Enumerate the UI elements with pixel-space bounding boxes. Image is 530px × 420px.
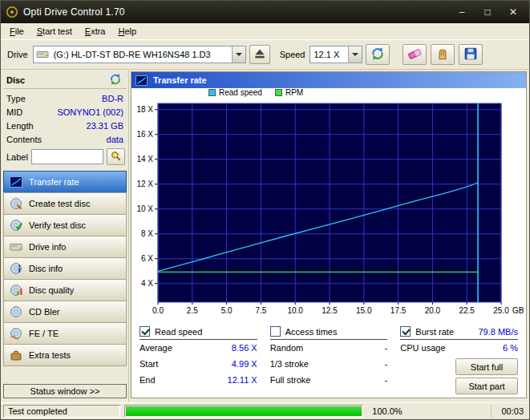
read-speed-checkbox[interactable] [140,326,150,337]
chart-legend: Read speedRPM [131,88,526,97]
transfer-rate-chart-icon [10,176,23,188]
eject-icon [253,46,267,63]
status-bar: Test completed 100.0% 00:03 [1,402,529,419]
cd-bler-icon [10,305,23,318]
content-area: Disc TypeBD-RMIDSONYNO1 (002)Length23.31… [1,70,529,402]
result-row-end: End12.11 X [140,372,257,388]
svg-text:17.5: 17.5 [390,306,407,315]
result-row-full-stroke: Full stroke- [270,372,388,388]
menu-item-extra[interactable]: Extra [79,24,112,38]
drive-combo-arrow-icon[interactable] [232,46,245,63]
sidebar: Disc TypeBD-RMIDSONYNO1 (002)Length23.31… [1,70,129,402]
transfer-rate-chart: 0.02.55.07.510.012.515.017.520.022.525.0… [132,97,527,320]
speed-combo[interactable]: 12.1 X [310,46,362,63]
hand-tool-button[interactable] [431,44,455,65]
app-window: Opti Drive Control 1.70 – □ ✕ FileStart … [0,0,530,420]
disc-fields: TypeBD-RMIDSONYNO1 (002)Length23.31 GBCo… [3,89,127,146]
minimize-button[interactable]: – [451,3,473,21]
speed-combo-value: 12.1 X [310,50,348,59]
disc-info-icon [10,262,23,275]
svg-text:0.0: 0.0 [152,306,164,315]
svg-text:20.0: 20.0 [425,306,441,315]
menu-item-start-test[interactable]: Start test [30,24,79,38]
save-button[interactable] [459,44,483,65]
hand-icon [435,46,450,63]
status-text: Test completed [3,405,120,418]
nav-verify-test-disc[interactable]: Verify test disc [3,214,127,236]
svg-text:4 X: 4 X [141,279,153,288]
menu-item-file[interactable]: File [3,24,30,38]
disc-panel-title: Disc [6,75,25,85]
eject-button[interactable] [249,45,270,64]
svg-text:2.5: 2.5 [187,306,198,315]
disc-label-input[interactable] [31,149,103,164]
button-start-full[interactable]: Start full [455,358,518,375]
progress-percent: 100.0% [367,406,407,416]
drive-info-icon [10,240,23,253]
results-group-access-times: Access timesRandom-1/3 stroke-Full strok… [270,324,388,394]
transfer-rate-chart-icon [136,75,148,87]
speed-combo-arrow-icon[interactable] [348,46,362,63]
disc-label-caption: Label [6,152,28,162]
legend-swatch-read-speed [208,89,216,96]
drive-icon [36,48,51,61]
status-window-button[interactable]: Status window >> [3,384,127,398]
nav-disc-info[interactable]: Disc info [3,257,127,280]
refresh-button[interactable] [366,44,390,65]
button-start-part[interactable]: Start part [455,378,518,394]
disc-refresh-button[interactable] [109,73,123,87]
svg-text:22.5: 22.5 [459,306,475,315]
speed-label: Speed [280,50,305,59]
svg-text:15.0: 15.0 [356,306,372,315]
main-panel: Transfer rate Read speedRPM 0.02.55.07.5… [131,71,527,398]
nav-extra-tests[interactable]: Extra tests [3,344,127,366]
progress-fill [126,406,362,416]
nav-cd-bler[interactable]: CD Bler [3,301,127,323]
toolbar-right-buttons [403,44,483,65]
disc-field-mid: MIDSONYNO1 (002) [3,105,127,119]
svg-text:12.5: 12.5 [322,306,338,315]
nav-drive-info[interactable]: Drive info [3,236,127,258]
menu-bar: FileStart testExtraHelp [1,23,529,40]
title-bar: Opti Drive Control 1.70 – □ ✕ [1,1,529,23]
results-group-burst-rate: Burst rate79.8 MB/sCPU usage6 %Start ful… [400,324,518,394]
svg-text:GB: GB [512,306,524,315]
legend-read-speed: Read speed [208,88,262,97]
nav-create-test-disc[interactable]: Create test disc [3,192,127,215]
legend-swatch-rpm [275,89,282,96]
main-panel-header: Transfer rate [131,72,526,88]
window-controls: – □ ✕ [451,3,524,21]
disc-label-row: Label [3,146,127,168]
nav-transfer-rate[interactable]: Transfer rate [3,171,127,193]
svg-text:14 X: 14 X [136,155,153,164]
svg-text:8 X: 8 X [141,229,153,238]
nav-fe-te[interactable]: FE / TE [3,322,127,345]
svg-text:25.0: 25.0 [493,306,509,315]
access-times-checkbox[interactable] [270,326,281,337]
maximize-button[interactable]: □ [476,3,499,21]
result-row-random: Random- [270,340,388,356]
verify-disc-icon [10,219,23,232]
result-row-average: Average8.56 X [140,340,257,356]
disc-label-search-button[interactable] [107,148,125,165]
svg-text:7.5: 7.5 [255,306,266,315]
erase-disc-button[interactable] [403,44,427,65]
progress-bar [124,405,363,418]
erase-icon [407,46,422,63]
result-row-start: Start4.99 X [140,356,257,372]
svg-text:10.0: 10.0 [287,306,303,315]
burst-rate-checkbox[interactable] [400,326,411,337]
burst-rate-value: 79.8 MB/s [478,327,518,337]
refresh-icon [370,46,385,63]
app-icon [6,6,18,18]
result-row-cpu-usage: CPU usage6 % [400,340,518,356]
svg-text:5.0: 5.0 [221,306,233,315]
drive-combo[interactable]: (G:) HL-DT-ST BD-RE WH16NS48 1.D3 [33,46,246,63]
search-icon [110,150,122,164]
disc-field-contents: Contentsdata [3,132,127,146]
fe-te-icon [10,327,23,340]
refresh-disc-icon [109,73,122,87]
nav-disc-quality[interactable]: Disc quality [3,279,127,301]
close-button[interactable]: ✕ [502,3,524,21]
menu-item-help[interactable]: Help [111,24,143,38]
